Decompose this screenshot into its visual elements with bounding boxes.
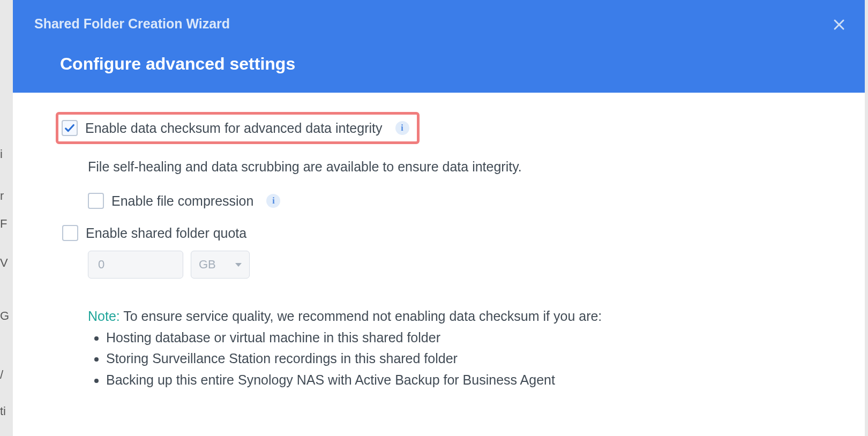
- info-icon[interactable]: i: [395, 121, 409, 135]
- note-intro: To ensure service quality, we recommend …: [120, 309, 602, 324]
- note-item: Storing Surveillance Station recordings …: [106, 349, 817, 369]
- note-item: Hosting database or virtual machine in t…: [106, 328, 817, 348]
- checkbox-enable-checksum[interactable]: [62, 120, 78, 136]
- modal-body: Enable data checksum for advanced data i…: [13, 93, 865, 436]
- background-text: F: [0, 217, 7, 231]
- checksum-description: File self-healing and data scrubbing are…: [88, 159, 817, 175]
- close-icon: [833, 18, 845, 31]
- note-item: Backing up this entire Synology NAS with…: [106, 370, 817, 390]
- background-text: ti: [0, 404, 6, 418]
- background-text: /: [0, 368, 3, 382]
- wizard-modal: Shared Folder Creation Wizard Configure …: [13, 0, 865, 436]
- quota-row: Enable shared folder quota: [62, 225, 817, 241]
- checkbox-enable-compression[interactable]: [88, 193, 104, 209]
- background-text: r: [0, 189, 4, 203]
- quota-unit: GB: [199, 258, 216, 272]
- info-icon[interactable]: i: [266, 194, 280, 208]
- note-intro-line: Note: To ensure service quality, we reco…: [88, 306, 817, 327]
- page-title: Configure advanced settings: [60, 54, 843, 74]
- quota-value-input[interactable]: 0: [88, 251, 183, 279]
- note-label: Note:: [88, 309, 120, 324]
- background-text: V: [0, 256, 8, 270]
- note-list: Hosting database or virtual machine in t…: [106, 328, 817, 390]
- compression-label: Enable file compression: [111, 193, 253, 209]
- checkbox-enable-quota[interactable]: [62, 225, 78, 241]
- highlight-checksum-row: Enable data checksum for advanced data i…: [56, 112, 420, 144]
- note-block: Note: To ensure service quality, we reco…: [88, 306, 817, 390]
- compression-row: Enable file compression i: [88, 193, 817, 209]
- checkmark-icon: [64, 122, 76, 134]
- checksum-label: Enable data checksum for advanced data i…: [85, 121, 383, 136]
- quota-inputs: 0 GB: [88, 251, 817, 279]
- background-text: i: [0, 147, 3, 161]
- background-text: G: [0, 309, 9, 323]
- chevron-down-icon: [235, 263, 242, 267]
- quota-unit-select[interactable]: GB: [191, 251, 250, 279]
- quota-value: 0: [98, 258, 104, 272]
- quota-label: Enable shared folder quota: [86, 225, 246, 241]
- wizard-title: Shared Folder Creation Wizard: [34, 5, 843, 32]
- close-button[interactable]: [829, 15, 849, 34]
- modal-header: Shared Folder Creation Wizard Configure …: [13, 0, 865, 93]
